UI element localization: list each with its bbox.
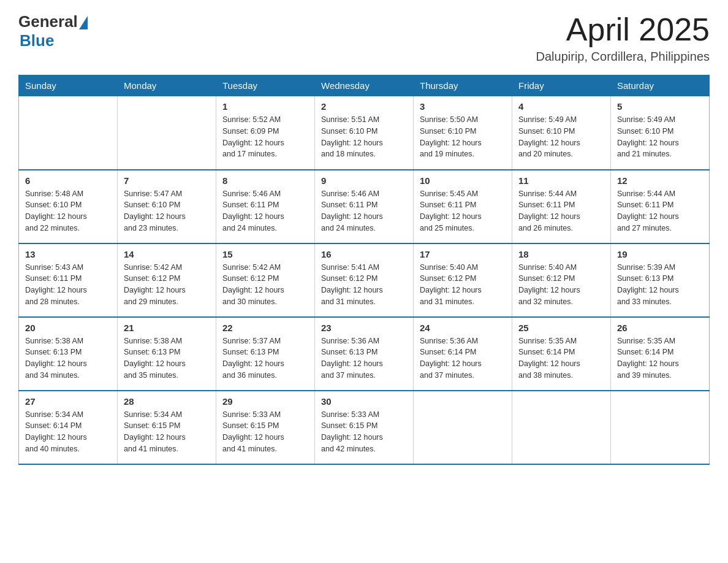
calendar-cell: 26Sunrise: 5:35 AMSunset: 6:14 PMDayligh… bbox=[611, 317, 710, 391]
day-detail: Sunrise: 5:36 AMSunset: 6:13 PMDaylight:… bbox=[321, 335, 407, 381]
calendar-cell: 20Sunrise: 5:38 AMSunset: 6:13 PMDayligh… bbox=[19, 317, 118, 391]
calendar-cell bbox=[512, 391, 611, 464]
calendar-week-1: 1Sunrise: 5:52 AMSunset: 6:09 PMDaylight… bbox=[19, 96, 710, 170]
day-detail: Sunrise: 5:38 AMSunset: 6:13 PMDaylight:… bbox=[124, 335, 210, 381]
day-number: 27 bbox=[25, 396, 111, 407]
day-number: 8 bbox=[222, 175, 308, 186]
calendar-week-4: 20Sunrise: 5:38 AMSunset: 6:13 PMDayligh… bbox=[19, 317, 710, 391]
day-number: 1 bbox=[222, 101, 308, 112]
day-detail: Sunrise: 5:41 AMSunset: 6:12 PMDaylight:… bbox=[321, 262, 407, 308]
day-number: 5 bbox=[617, 101, 703, 112]
calendar-cell: 5Sunrise: 5:49 AMSunset: 6:10 PMDaylight… bbox=[611, 96, 710, 170]
day-detail: Sunrise: 5:33 AMSunset: 6:15 PMDaylight:… bbox=[321, 409, 407, 455]
calendar-cell: 14Sunrise: 5:42 AMSunset: 6:12 PMDayligh… bbox=[118, 243, 216, 317]
day-detail: Sunrise: 5:44 AMSunset: 6:11 PMDaylight:… bbox=[518, 188, 604, 234]
day-number: 24 bbox=[420, 323, 506, 333]
day-number: 18 bbox=[518, 249, 604, 259]
day-detail: Sunrise: 5:46 AMSunset: 6:11 PMDaylight:… bbox=[222, 188, 308, 234]
day-detail: Sunrise: 5:52 AMSunset: 6:09 PMDaylight:… bbox=[222, 114, 308, 160]
day-detail: Sunrise: 5:48 AMSunset: 6:10 PMDaylight:… bbox=[25, 188, 111, 234]
weekday-header-thursday: Thursday bbox=[414, 75, 512, 96]
calendar-cell: 30Sunrise: 5:33 AMSunset: 6:15 PMDayligh… bbox=[315, 391, 414, 464]
calendar-cell: 21Sunrise: 5:38 AMSunset: 6:13 PMDayligh… bbox=[118, 317, 216, 391]
day-detail: Sunrise: 5:45 AMSunset: 6:11 PMDaylight:… bbox=[420, 188, 506, 234]
day-detail: Sunrise: 5:43 AMSunset: 6:11 PMDaylight:… bbox=[25, 262, 111, 308]
calendar-cell: 4Sunrise: 5:49 AMSunset: 6:10 PMDaylight… bbox=[512, 96, 611, 170]
day-detail: Sunrise: 5:49 AMSunset: 6:10 PMDaylight:… bbox=[518, 114, 604, 160]
day-detail: Sunrise: 5:40 AMSunset: 6:12 PMDaylight:… bbox=[420, 262, 506, 308]
calendar-cell: 17Sunrise: 5:40 AMSunset: 6:12 PMDayligh… bbox=[414, 243, 512, 317]
calendar-cell bbox=[19, 96, 118, 170]
day-detail: Sunrise: 5:51 AMSunset: 6:10 PMDaylight:… bbox=[321, 114, 407, 160]
day-number: 17 bbox=[420, 249, 506, 259]
calendar-table: SundayMondayTuesdayWednesdayThursdayFrid… bbox=[18, 75, 710, 465]
day-number: 14 bbox=[124, 249, 210, 259]
day-number: 3 bbox=[420, 101, 506, 112]
calendar-cell: 13Sunrise: 5:43 AMSunset: 6:11 PMDayligh… bbox=[19, 243, 118, 317]
calendar-cell: 2Sunrise: 5:51 AMSunset: 6:10 PMDaylight… bbox=[315, 96, 414, 170]
day-number: 23 bbox=[321, 323, 407, 333]
calendar-cell bbox=[118, 96, 216, 170]
logo-blue-text: Blue bbox=[20, 31, 54, 50]
calendar-cell: 10Sunrise: 5:45 AMSunset: 6:11 PMDayligh… bbox=[414, 170, 512, 243]
calendar-cell: 15Sunrise: 5:42 AMSunset: 6:12 PMDayligh… bbox=[216, 243, 315, 317]
day-number: 12 bbox=[617, 175, 703, 186]
weekday-header-wednesday: Wednesday bbox=[315, 75, 414, 96]
calendar-cell: 7Sunrise: 5:47 AMSunset: 6:10 PMDaylight… bbox=[118, 170, 216, 243]
day-number: 29 bbox=[222, 396, 308, 407]
day-number: 6 bbox=[25, 175, 111, 186]
calendar-cell: 1Sunrise: 5:52 AMSunset: 6:09 PMDaylight… bbox=[216, 96, 315, 170]
calendar-cell: 9Sunrise: 5:46 AMSunset: 6:11 PMDaylight… bbox=[315, 170, 414, 243]
day-detail: Sunrise: 5:35 AMSunset: 6:14 PMDaylight:… bbox=[518, 335, 604, 381]
weekday-header-friday: Friday bbox=[512, 75, 611, 96]
day-number: 7 bbox=[124, 175, 210, 186]
day-number: 26 bbox=[617, 323, 703, 333]
day-number: 10 bbox=[420, 175, 506, 186]
calendar-cell: 3Sunrise: 5:50 AMSunset: 6:10 PMDaylight… bbox=[414, 96, 512, 170]
day-number: 22 bbox=[222, 323, 308, 333]
day-detail: Sunrise: 5:34 AMSunset: 6:15 PMDaylight:… bbox=[124, 409, 210, 455]
calendar-cell: 12Sunrise: 5:44 AMSunset: 6:11 PMDayligh… bbox=[611, 170, 710, 243]
day-detail: Sunrise: 5:34 AMSunset: 6:14 PMDaylight:… bbox=[25, 409, 111, 455]
title-block: April 2025 Dalupirip, Cordillera, Philip… bbox=[536, 12, 710, 64]
day-detail: Sunrise: 5:33 AMSunset: 6:15 PMDaylight:… bbox=[222, 409, 308, 455]
calendar-cell: 8Sunrise: 5:46 AMSunset: 6:11 PMDaylight… bbox=[216, 170, 315, 243]
day-number: 9 bbox=[321, 175, 407, 186]
day-detail: Sunrise: 5:38 AMSunset: 6:13 PMDaylight:… bbox=[25, 335, 111, 381]
calendar-cell: 19Sunrise: 5:39 AMSunset: 6:13 PMDayligh… bbox=[611, 243, 710, 317]
day-detail: Sunrise: 5:50 AMSunset: 6:10 PMDaylight:… bbox=[420, 114, 506, 160]
day-number: 13 bbox=[25, 249, 111, 259]
day-number: 4 bbox=[518, 101, 604, 112]
calendar-header-row: SundayMondayTuesdayWednesdayThursdayFrid… bbox=[19, 75, 710, 96]
calendar-cell: 29Sunrise: 5:33 AMSunset: 6:15 PMDayligh… bbox=[216, 391, 315, 464]
weekday-header-saturday: Saturday bbox=[611, 75, 710, 96]
calendar-cell: 23Sunrise: 5:36 AMSunset: 6:13 PMDayligh… bbox=[315, 317, 414, 391]
page-header: General Blue April 2025 Dalupirip, Cordi… bbox=[18, 12, 710, 64]
calendar-cell bbox=[414, 391, 512, 464]
calendar-cell: 6Sunrise: 5:48 AMSunset: 6:10 PMDaylight… bbox=[19, 170, 118, 243]
calendar-cell: 27Sunrise: 5:34 AMSunset: 6:14 PMDayligh… bbox=[19, 391, 118, 464]
calendar-cell: 16Sunrise: 5:41 AMSunset: 6:12 PMDayligh… bbox=[315, 243, 414, 317]
calendar-cell: 18Sunrise: 5:40 AMSunset: 6:12 PMDayligh… bbox=[512, 243, 611, 317]
day-number: 20 bbox=[25, 323, 111, 333]
day-detail: Sunrise: 5:35 AMSunset: 6:14 PMDaylight:… bbox=[617, 335, 703, 381]
day-detail: Sunrise: 5:42 AMSunset: 6:12 PMDaylight:… bbox=[124, 262, 210, 308]
calendar-cell: 11Sunrise: 5:44 AMSunset: 6:11 PMDayligh… bbox=[512, 170, 611, 243]
day-detail: Sunrise: 5:44 AMSunset: 6:11 PMDaylight:… bbox=[617, 188, 703, 234]
day-number: 25 bbox=[518, 323, 604, 333]
day-number: 16 bbox=[321, 249, 407, 259]
day-number: 19 bbox=[617, 249, 703, 259]
day-number: 30 bbox=[321, 396, 407, 407]
day-detail: Sunrise: 5:36 AMSunset: 6:14 PMDaylight:… bbox=[420, 335, 506, 381]
weekday-header-tuesday: Tuesday bbox=[216, 75, 315, 96]
day-detail: Sunrise: 5:40 AMSunset: 6:12 PMDaylight:… bbox=[518, 262, 604, 308]
weekday-header-sunday: Sunday bbox=[19, 75, 118, 96]
calendar-week-3: 13Sunrise: 5:43 AMSunset: 6:11 PMDayligh… bbox=[19, 243, 710, 317]
day-number: 15 bbox=[222, 249, 308, 259]
day-number: 11 bbox=[518, 175, 604, 186]
calendar-cell bbox=[611, 391, 710, 464]
day-detail: Sunrise: 5:37 AMSunset: 6:13 PMDaylight:… bbox=[222, 335, 308, 381]
logo: General Blue bbox=[18, 12, 88, 50]
day-detail: Sunrise: 5:47 AMSunset: 6:10 PMDaylight:… bbox=[124, 188, 210, 234]
calendar-cell: 22Sunrise: 5:37 AMSunset: 6:13 PMDayligh… bbox=[216, 317, 315, 391]
